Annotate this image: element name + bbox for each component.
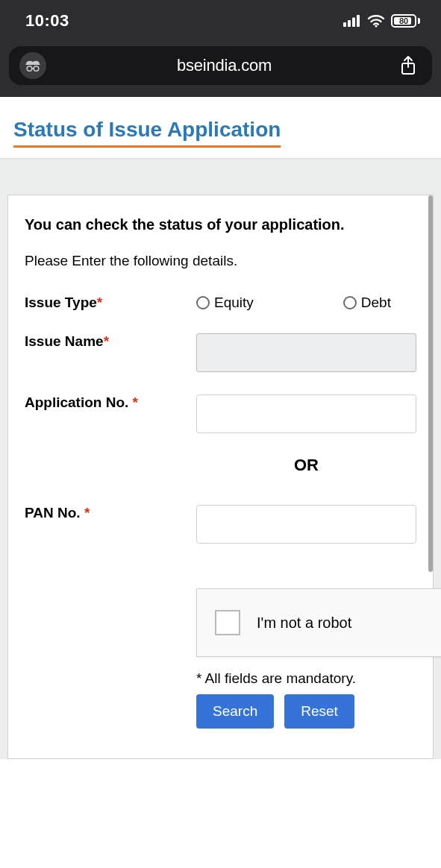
- url-text[interactable]: bseindia.com: [54, 56, 395, 75]
- form-buttons: Search Reset: [196, 694, 416, 729]
- svg-rect-2: [352, 18, 355, 28]
- recaptcha-label: I'm not a robot: [257, 614, 351, 632]
- label-issue-type: Issue Type*: [25, 295, 196, 311]
- page-content: Status of Issue Application You can chec…: [0, 97, 441, 759]
- radio-equity[interactable]: Equity: [196, 295, 254, 311]
- mandatory-note: * All fields are mandatory.: [196, 670, 416, 687]
- svg-rect-0: [343, 22, 346, 27]
- form-lead: You can check the status of your applica…: [25, 216, 416, 233]
- status-icons: 80: [343, 14, 420, 28]
- page-title: Status of Issue Application: [13, 118, 428, 142]
- private-mode-icon[interactable]: [19, 52, 46, 79]
- battery-icon: 80: [391, 14, 420, 28]
- recaptcha[interactable]: I'm not a robot: [196, 588, 441, 657]
- svg-rect-3: [357, 15, 360, 27]
- label-application-no: Application No. *: [25, 394, 196, 411]
- reset-button[interactable]: Reset: [284, 694, 354, 729]
- issue-name-select[interactable]: [196, 333, 416, 372]
- radio-debt[interactable]: Debt: [343, 295, 391, 311]
- svg-point-5: [27, 66, 32, 72]
- cellular-icon: [343, 15, 361, 27]
- scrollbar[interactable]: [428, 195, 433, 572]
- search-button[interactable]: Search: [196, 694, 274, 729]
- row-application-no: Application No. *: [25, 394, 416, 433]
- status-time: 10:03: [25, 11, 69, 31]
- page-header: Status of Issue Application: [0, 97, 441, 159]
- share-icon[interactable]: [395, 52, 422, 79]
- svg-point-4: [375, 25, 377, 27]
- url-bar[interactable]: bseindia.com: [9, 46, 432, 85]
- svg-point-6: [34, 66, 39, 72]
- pan-no-input[interactable]: [196, 505, 416, 544]
- application-no-input[interactable]: [196, 394, 416, 433]
- label-pan-no: PAN No. *: [25, 505, 196, 521]
- or-separator: OR: [196, 456, 416, 475]
- svg-rect-1: [348, 20, 351, 27]
- row-issue-type: Issue Type* Equity Debt: [25, 295, 416, 311]
- wifi-icon: [367, 14, 385, 28]
- ios-status-bar: 10:03 80: [0, 0, 441, 42]
- browser-chrome: bseindia.com: [0, 42, 441, 97]
- row-issue-name: Issue Name*: [25, 333, 416, 372]
- recaptcha-checkbox[interactable]: [215, 610, 240, 635]
- form-sublead: Please Enter the following details.: [25, 253, 416, 269]
- label-issue-name: Issue Name*: [25, 333, 196, 350]
- row-pan-no: PAN No. *: [25, 505, 416, 544]
- form-card: You can check the status of your applica…: [7, 195, 434, 759]
